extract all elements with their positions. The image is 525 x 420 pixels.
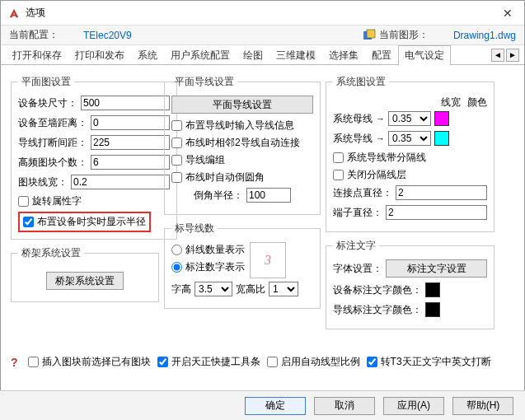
term-d-label: 端子直径： xyxy=(333,206,382,220)
wire-lw-select[interactable]: 0.35 xyxy=(388,131,431,146)
help-button[interactable]: 帮助(H) xyxy=(452,397,513,415)
ratio-label: 宽高比 xyxy=(236,282,265,296)
tab-0[interactable]: 打开和保存 xyxy=(6,45,68,65)
break-label: 导线打断间距： xyxy=(18,136,87,150)
digit-radio[interactable] xyxy=(171,262,182,273)
drawing-label: 当前图形： xyxy=(379,28,429,42)
to-wall-label: 设备至墙距离： xyxy=(18,116,87,130)
close-sep-checkbox[interactable] xyxy=(333,170,344,180)
term-d-input[interactable] xyxy=(386,205,487,220)
sep-line-checkbox[interactable] xyxy=(333,152,344,163)
line-w-input[interactable] xyxy=(71,175,170,189)
tab-2[interactable]: 系统 xyxy=(131,45,164,65)
slant-radio-label: 斜线数量表示 xyxy=(185,243,245,257)
col-lw-label: 线宽 xyxy=(441,96,461,110)
to-wall-input[interactable] xyxy=(91,115,170,130)
adjacent-auto-label: 布线时相邻2导线自动连接 xyxy=(185,136,300,150)
svg-rect-1 xyxy=(367,30,375,38)
block-size-input[interactable] xyxy=(81,96,170,110)
bridge-legend: 桥架系统设置 xyxy=(18,246,84,260)
rotate-attr-label: 旋转属性字 xyxy=(32,194,82,208)
tab-4[interactable]: 绘图 xyxy=(237,45,270,65)
hf-count-input[interactable] xyxy=(91,155,170,170)
t3-punct-checkbox[interactable] xyxy=(367,357,377,367)
font-h-label: 字高 xyxy=(171,282,191,296)
slant-radio[interactable] xyxy=(171,245,182,255)
enable-toolbar-label: 开启天正快捷工具条 xyxy=(171,355,260,369)
auto-ltype-label: 启用自动线型比例 xyxy=(281,355,360,369)
pre-select-checkbox[interactable] xyxy=(28,357,39,367)
ratio-select[interactable]: 1 xyxy=(269,282,298,296)
wire-settings-group: 平面导线设置 平面导线设置 布置导线时输入导线信息 布线时相邻2导线自动连接 导… xyxy=(164,75,321,215)
tab-3[interactable]: 用户系统配置 xyxy=(164,45,237,65)
text-settings-legend: 标注文字 xyxy=(333,239,379,253)
dev-color-label: 设备标注文字颜色： xyxy=(333,283,422,297)
bridge-button[interactable]: 桥架系统设置 xyxy=(46,272,124,290)
help-icon[interactable]: ? xyxy=(11,356,18,369)
tab-1[interactable]: 打印和发布 xyxy=(68,45,131,65)
profile-label: 当前配置： xyxy=(9,28,59,42)
pre-select-label: 插入图块前选择已有图块 xyxy=(42,355,151,369)
realtime-radius-checkbox[interactable] xyxy=(23,217,34,227)
callout-group: 标导线数 斜线数量表示 标注数字表示 3 字高 3.5 宽高比 1 xyxy=(164,222,321,309)
wire-color-swatch[interactable] xyxy=(434,131,449,146)
sys-settings-group: 系统图设置 线宽颜色 系统母线→ 0.35 系统导线→ 0.35 系统导线带分隔… xyxy=(326,75,495,232)
wire-edit-checkbox[interactable] xyxy=(171,155,182,166)
profile-value: TElec20V9 xyxy=(83,30,132,41)
auto-ltype-checkbox[interactable] xyxy=(267,357,278,367)
plane-settings-group: 平面图设置 设备块尺寸： 设备至墙距离： 导线打断间距： 高频图块个数： 图块线… xyxy=(11,75,177,240)
font-set-label: 字体设置： xyxy=(333,262,382,276)
callout-legend: 标导线数 xyxy=(171,222,218,236)
break-input[interactable] xyxy=(91,135,170,150)
auto-fillet-checkbox[interactable] xyxy=(171,172,182,183)
auto-fillet-label: 布线时自动倒圆角 xyxy=(185,170,265,184)
text-settings-group: 标注文字 字体设置：标注文字设置 设备标注文字颜色： 导线标注文字颜色： xyxy=(326,239,495,329)
font-set-button[interactable]: 标注文字设置 xyxy=(386,259,487,278)
bottom-checks-row: ? 插入图块前选择已有图块 开启天正快捷工具条 启用自动线型比例 转T3天正文字… xyxy=(11,346,514,375)
app-icon xyxy=(7,7,21,20)
wire-text-color-swatch[interactable] xyxy=(425,302,440,317)
close-sep-label: 关闭分隔线层 xyxy=(347,168,406,182)
wire-settings-legend: 平面导线设置 xyxy=(171,75,237,89)
hf-count-label: 高频图块个数： xyxy=(18,156,87,170)
rotate-attr-checkbox[interactable] xyxy=(18,196,29,207)
drawing-icon xyxy=(363,29,376,42)
callout-preview: 3 xyxy=(250,242,286,278)
tab-scroll-right[interactable]: ► xyxy=(506,49,519,62)
tab-6[interactable]: 选择集 xyxy=(322,45,365,65)
apply-button[interactable]: 应用(A) xyxy=(383,397,444,415)
block-size-label: 设备块尺寸： xyxy=(18,96,77,110)
wire-edit-label: 导线编组 xyxy=(185,153,225,167)
conn-d-input[interactable] xyxy=(396,185,487,200)
realtime-radius-label: 布置设备时实时显示半径 xyxy=(37,215,146,229)
line-w-label: 图块线宽： xyxy=(18,175,68,189)
cancel-button[interactable]: 取消 xyxy=(314,397,375,415)
tab-scroll-left[interactable]: ◄ xyxy=(491,49,504,62)
arrow-icon: → xyxy=(376,133,385,143)
input-wire-info-checkbox[interactable] xyxy=(171,120,182,131)
wire-label: 系统导线 xyxy=(333,132,373,146)
font-h-select[interactable]: 3.5 xyxy=(195,282,232,296)
busbar-lw-select[interactable]: 0.35 xyxy=(388,111,431,126)
plane-settings-legend: 平面图设置 xyxy=(18,75,74,89)
adjacent-auto-checkbox[interactable] xyxy=(171,138,182,148)
fillet-r-input[interactable] xyxy=(246,188,291,203)
enable-toolbar-checkbox[interactable] xyxy=(157,357,168,367)
realtime-radius-highlight: 布置设备时实时显示半径 xyxy=(18,212,151,232)
sep-line-label: 系统导线带分隔线 xyxy=(347,151,426,165)
fillet-r-label: 倒角半径： xyxy=(194,189,243,203)
busbar-color-swatch[interactable] xyxy=(434,111,449,126)
input-wire-info-label: 布置导线时输入导线信息 xyxy=(185,119,294,133)
ok-button[interactable]: 确定 xyxy=(245,397,306,415)
wire-settings-button[interactable]: 平面导线设置 xyxy=(171,96,313,114)
close-icon[interactable]: ✕ xyxy=(498,7,518,20)
digit-radio-label: 标注数字表示 xyxy=(185,260,245,274)
arrow-icon: → xyxy=(376,114,385,124)
dev-color-swatch[interactable] xyxy=(425,282,440,297)
tab-8[interactable]: 电气设定 xyxy=(398,45,451,66)
t3-punct-label: 转T3天正文字中英文打断 xyxy=(381,355,491,369)
col-color-label: 颜色 xyxy=(467,96,487,110)
tab-7[interactable]: 配置 xyxy=(365,45,398,65)
conn-d-label: 连接点直径： xyxy=(333,186,392,200)
tab-5[interactable]: 三维建模 xyxy=(270,45,322,65)
